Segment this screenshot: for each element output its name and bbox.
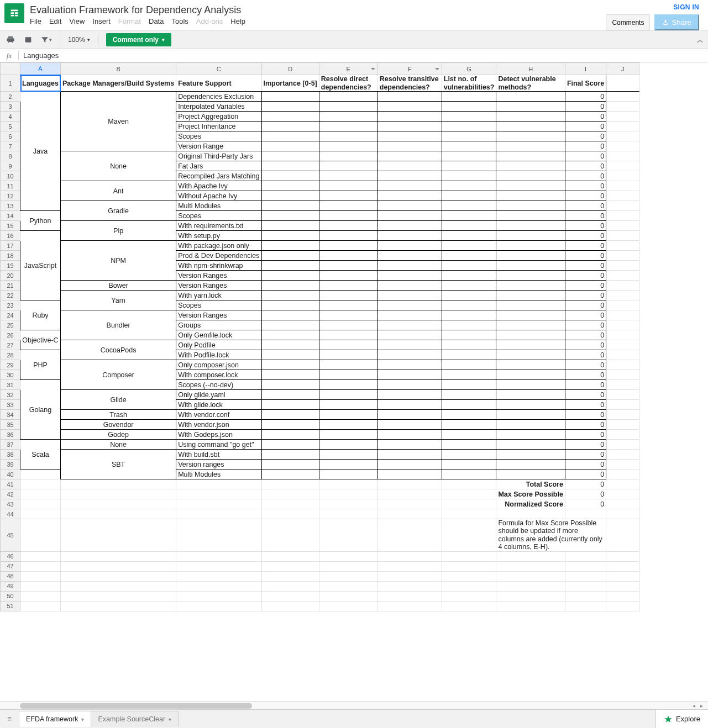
cell[interactable] [606, 410, 639, 420]
cell[interactable] [565, 591, 606, 601]
cell[interactable] [319, 571, 377, 581]
cell[interactable] [496, 241, 565, 251]
cell[interactable] [261, 251, 319, 261]
cell[interactable]: Original Third-Party Jars [176, 151, 261, 161]
cell[interactable] [606, 112, 639, 122]
cell[interactable] [20, 479, 61, 489]
cell[interactable]: 0 [565, 201, 606, 211]
cell[interactable] [496, 261, 565, 271]
cell[interactable] [377, 340, 442, 350]
cell[interactable] [261, 271, 319, 281]
row-header[interactable]: 22 [1, 291, 20, 300]
cell[interactable] [377, 469, 442, 479]
cell[interactable] [442, 201, 496, 211]
cell[interactable]: 0 [565, 102, 606, 112]
collapse-toolbar-icon[interactable]: ︽ [697, 35, 704, 45]
cell[interactable] [496, 251, 565, 261]
row-header[interactable]: 46 [1, 551, 20, 561]
cell[interactable] [377, 571, 442, 581]
cell[interactable] [606, 191, 639, 201]
col-header-G[interactable]: G [442, 63, 496, 75]
cell[interactable] [496, 211, 565, 221]
cell[interactable]: With glide.lock [176, 400, 261, 410]
cell[interactable]: 0 [565, 131, 606, 141]
cell[interactable] [606, 310, 639, 320]
cell[interactable]: 0 [565, 330, 606, 340]
cell[interactable] [20, 509, 61, 519]
cell[interactable] [261, 489, 319, 499]
row-header[interactable]: 26 [1, 330, 20, 340]
cell[interactable]: Java [20, 92, 61, 211]
cell[interactable] [496, 310, 565, 320]
cell[interactable] [377, 151, 442, 161]
cell[interactable] [319, 112, 377, 122]
cell[interactable]: 0 [565, 370, 606, 380]
cell[interactable] [319, 151, 377, 161]
cell[interactable] [261, 291, 319, 300]
cell[interactable] [61, 479, 176, 489]
cell[interactable]: JavaScript [20, 231, 61, 300]
cell[interactable] [442, 489, 496, 499]
cell[interactable]: 0 [565, 251, 606, 261]
cell[interactable]: Fat Jars [176, 161, 261, 171]
cell[interactable] [442, 601, 496, 611]
cell[interactable] [377, 551, 442, 561]
explore-button[interactable]: Explore [655, 710, 708, 728]
cell[interactable] [319, 141, 377, 151]
cell[interactable] [261, 350, 319, 360]
cell[interactable] [319, 251, 377, 261]
row-header[interactable]: 5 [1, 122, 20, 131]
cell[interactable] [442, 450, 496, 460]
menu-tools[interactable]: Tools [171, 17, 188, 25]
cell[interactable]: 0 [565, 430, 606, 440]
cell[interactable] [496, 320, 565, 330]
cell[interactable] [565, 561, 606, 571]
cell[interactable]: 0 [565, 499, 606, 509]
cell[interactable] [319, 330, 377, 340]
cell[interactable]: NPM [61, 241, 176, 281]
all-sheets-icon[interactable]: ≡ [0, 710, 19, 729]
header-cell[interactable]: Resolve transitive dependencies? [377, 75, 442, 92]
cell[interactable] [261, 430, 319, 440]
cell[interactable] [606, 450, 639, 460]
cell[interactable]: Project Inheritance [176, 122, 261, 131]
cell[interactable] [606, 92, 639, 102]
cell[interactable] [261, 479, 319, 489]
cell[interactable] [377, 102, 442, 112]
col-header-H[interactable]: H [496, 63, 565, 75]
cell[interactable] [377, 460, 442, 469]
cell[interactable] [176, 561, 261, 571]
col-header-E[interactable]: E [319, 63, 377, 75]
cell[interactable] [377, 300, 442, 310]
cell[interactable] [261, 571, 319, 581]
cell[interactable]: 0 [565, 271, 606, 281]
cell[interactable] [442, 92, 496, 102]
header-cell[interactable]: Importance [0-5] [261, 75, 319, 92]
cell[interactable] [496, 231, 565, 241]
cell[interactable] [442, 320, 496, 330]
cell[interactable] [61, 519, 176, 552]
cell[interactable] [261, 499, 319, 509]
cell[interactable] [319, 460, 377, 469]
cell[interactable] [606, 171, 639, 181]
cell[interactable] [377, 440, 442, 450]
row-header[interactable]: 50 [1, 591, 20, 601]
cell[interactable] [606, 181, 639, 191]
cell[interactable]: 0 [565, 291, 606, 300]
cell[interactable]: Without Apache Ivy [176, 191, 261, 201]
cell[interactable] [565, 601, 606, 611]
cell[interactable] [319, 410, 377, 420]
cell[interactable] [319, 489, 377, 499]
cell[interactable] [261, 261, 319, 271]
cell[interactable] [261, 112, 319, 122]
cell[interactable] [377, 519, 442, 552]
cell[interactable] [606, 460, 639, 469]
cell[interactable]: Prod & Dev Dependencies [176, 251, 261, 261]
row-header[interactable]: 38 [1, 450, 20, 460]
col-header-F[interactable]: F [377, 63, 442, 75]
row-header[interactable]: 43 [1, 499, 20, 509]
cell[interactable] [442, 380, 496, 390]
filter-icon[interactable]: ▾ [40, 34, 52, 46]
cell[interactable] [261, 450, 319, 460]
cell[interactable]: Using command "go get" [176, 440, 261, 450]
